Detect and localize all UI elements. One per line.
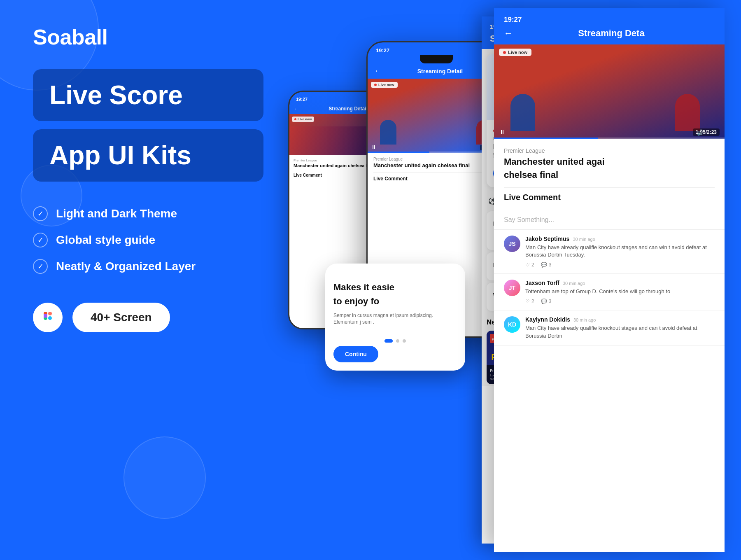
right-live-badge: Live now bbox=[499, 49, 531, 56]
avatar-2: JT bbox=[504, 280, 520, 296]
figma-icon bbox=[41, 309, 54, 326]
comment-input[interactable]: Say Something... bbox=[504, 216, 715, 224]
right-status-time: 19:27 bbox=[504, 16, 715, 24]
right-live-comment-header: Live Comment bbox=[504, 187, 715, 202]
comment-text-1: Man City have already qualifie knockout … bbox=[525, 244, 715, 259]
comment-header-1: Jakob Septimus 30 min ago bbox=[525, 236, 715, 242]
comment-actions-2: ♡ 2 💬 3 bbox=[525, 299, 670, 304]
right-match-title-line1: Manchester united agai bbox=[504, 156, 715, 167]
avatar-1: JS bbox=[504, 236, 520, 252]
app-ui-kits-badge: App UI Kits bbox=[33, 129, 263, 181]
comment-body-2: Jaxson Torff 30 min ago Tottenham are to… bbox=[525, 280, 670, 304]
back-time: 19:27 bbox=[296, 97, 308, 102]
figma-logo bbox=[41, 309, 54, 322]
back-live-badge: Live now bbox=[292, 117, 314, 122]
back-live-text: Live now bbox=[298, 117, 312, 121]
right-header-title: Streaming Deta bbox=[578, 28, 644, 39]
comment-time-1: 30 min ago bbox=[573, 237, 595, 242]
check-icon-2: ✓ bbox=[33, 233, 48, 247]
reply-icon-2: 💬 bbox=[541, 299, 547, 304]
phone-notch bbox=[420, 55, 453, 63]
check-icon-1: ✓ bbox=[33, 206, 48, 221]
comment-actions-1: ♡ 2 💬 3 bbox=[525, 262, 715, 268]
feature-item-1: ✓ Light and Dark Theme bbox=[33, 206, 263, 221]
back-arrow: ← bbox=[294, 106, 299, 111]
right-header-row: ← Streaming Deta ○ bbox=[504, 28, 715, 39]
comment-like-2[interactable]: ♡ 2 bbox=[525, 299, 534, 304]
hero-badges: Live Score App UI Kits bbox=[33, 69, 263, 182]
phones-area: 19:27 ▪▪▪ ← Streaming Detail Live now Pr… bbox=[263, 0, 741, 560]
comment-time-2: 30 min ago bbox=[563, 281, 585, 286]
comment-3: KD Kaylynn Dokidis 30 min ago Man City h… bbox=[494, 310, 725, 345]
card-headline-2: to enjoy fo bbox=[333, 296, 457, 307]
comment-time-3: 30 min ago bbox=[573, 317, 596, 322]
continue-button[interactable]: Continu bbox=[333, 346, 378, 362]
brand-name: Soaball bbox=[33, 25, 263, 49]
bottom-buttons: 40+ Screen bbox=[33, 303, 263, 332]
card-headline-1: Makes it easie bbox=[333, 282, 457, 293]
features-list: ✓ Light and Dark Theme ✓ Global style gu… bbox=[33, 206, 263, 274]
feature-label-3: Neatly & Organized Layer bbox=[56, 260, 196, 273]
svg-point-3 bbox=[48, 316, 52, 320]
right-live-text: Live now bbox=[508, 50, 527, 55]
heart-icon-1: ♡ bbox=[525, 262, 530, 268]
reply-count-2: 3 bbox=[549, 299, 552, 304]
main-live-text: Live now bbox=[378, 83, 394, 87]
main-time: 19:27 bbox=[376, 47, 389, 54]
right-match-title-line2: chelsea final bbox=[504, 170, 715, 180]
comment-text-3: Man City have already qualifie knockout … bbox=[525, 324, 715, 339]
right-back-arrow[interactable]: ← bbox=[504, 28, 513, 39]
main-back-arrow[interactable]: ← bbox=[374, 67, 382, 75]
comment-input-area: Say Something... bbox=[494, 210, 725, 230]
dot-1 bbox=[384, 339, 393, 343]
check-icon-3: ✓ bbox=[33, 259, 48, 274]
reply-icon-1: 💬 bbox=[541, 262, 547, 268]
svg-rect-4 bbox=[44, 314, 47, 317]
comment-name-1: Jakob Septimus bbox=[525, 236, 569, 242]
avatar-3: KD bbox=[504, 316, 520, 333]
like-count-1: 2 bbox=[531, 262, 534, 268]
main-progress-fill bbox=[368, 152, 429, 153]
right-audio-icon[interactable]: 🔊 bbox=[697, 129, 704, 136]
comment-name-2: Jaxson Torff bbox=[525, 280, 559, 286]
dot-3 bbox=[403, 339, 406, 343]
screen-count-button[interactable]: 40+ Screen bbox=[72, 303, 170, 332]
back-header-title: Streaming Detail bbox=[329, 106, 368, 112]
comment-name-3: Kaylynn Dokidis bbox=[525, 316, 570, 323]
main-header-title: Streaming Detail bbox=[417, 68, 463, 75]
figma-button[interactable] bbox=[33, 303, 63, 332]
player1 bbox=[380, 120, 396, 145]
phone-right: 19:27 ← Streaming Deta ○ Live now 1:05/2… bbox=[494, 8, 725, 552]
right-video: Live now 1:05/2:23 ⏸ 🔊 bbox=[494, 44, 725, 139]
comment-like-1[interactable]: ♡ 2 bbox=[525, 262, 534, 268]
comment-reply-2[interactable]: 💬 3 bbox=[541, 299, 552, 304]
comment-body-3: Kaylynn Dokidis 30 min ago Man City have… bbox=[525, 316, 715, 339]
feature-item-2: ✓ Global style guide bbox=[33, 233, 263, 247]
feature-label-1: Light and Dark Theme bbox=[56, 207, 177, 220]
live-score-badge: Live Score bbox=[33, 69, 263, 121]
heart-icon-2: ♡ bbox=[525, 299, 530, 304]
right-pause-icon[interactable]: ⏸ bbox=[499, 128, 506, 136]
comment-text-2: Tottenham are top of Group D. Conte's si… bbox=[525, 288, 670, 295]
reply-count-1: 3 bbox=[549, 262, 552, 268]
right-league: Premier League bbox=[504, 147, 715, 154]
card-body: Semper in cursus magna et ipsum adipisci… bbox=[333, 312, 457, 326]
main-live-dot bbox=[374, 84, 377, 86]
pause-icon[interactable]: ⏸ bbox=[371, 144, 377, 150]
main-league: Premier League bbox=[373, 157, 499, 161]
right-player1 bbox=[510, 94, 535, 131]
right-header: 19:27 ← Streaming Deta ○ bbox=[494, 8, 725, 44]
comment-2: JT Jaxson Torff 30 min ago Tottenham are… bbox=[494, 274, 725, 310]
right-progress-fill bbox=[494, 138, 598, 139]
left-panel: Soaball Live Score App UI Kits ✓ Light a… bbox=[33, 25, 263, 332]
card-text-area: Makes it easie to enjoy fo Semper in cur… bbox=[333, 272, 457, 336]
like-count-2: 2 bbox=[531, 299, 534, 304]
comment-reply-1[interactable]: 💬 3 bbox=[541, 262, 552, 268]
phone-card: Makes it easie to enjoy fo Semper in cur… bbox=[325, 264, 465, 371]
comment-body-1: Jakob Septimus 30 min ago Man City have … bbox=[525, 236, 715, 268]
carousel-dots bbox=[333, 339, 457, 343]
right-match-info: Premier League Manchester united agai ch… bbox=[494, 139, 725, 210]
right-progress-bg bbox=[494, 138, 725, 139]
live-score-text: Live Score bbox=[49, 81, 247, 110]
main-live-badge: Live now bbox=[371, 82, 398, 88]
